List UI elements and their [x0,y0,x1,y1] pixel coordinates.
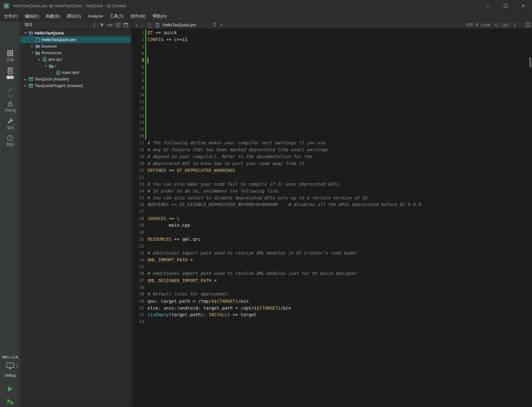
tree-item-sources[interactable]: ▸Sources [20,43,131,49]
window-title: HelloTaoQuick.pro @ HelloTaoQuick - TaoQ… [13,3,127,8]
projects-panel-header: 项目 [20,21,131,29]
cursor-position-status: UTF-8 Line: 5, Col: 1 [467,23,516,27]
back-icon[interactable]: ‹ [134,22,139,28]
menu-item-edit[interactable]: 编辑(E) [21,12,42,21]
text-cursor [148,58,148,63]
document-icon[interactable] [147,23,152,27]
menu-item-file[interactable]: 文件(F) [1,12,21,21]
menu-item-debug[interactable]: 调试(D) [63,12,85,21]
projects-panel-title[interactable]: 项目 [24,22,33,28]
mode-edit[interactable]: 编辑 [0,67,20,80]
split-editor-icon[interactable] [525,22,530,28]
project-icon [29,83,34,88]
line-number: 8 [132,78,146,85]
tree-item-hellotaoquick-pro[interactable]: HelloTaoQuick.pro [20,36,131,43]
code-line-36: # Additional import path used to resolve… [148,270,532,277]
mode-help[interactable]: ?帮助 [0,135,20,147]
line-number: 7 [132,71,146,78]
kit-expand-icon: ▸ [17,364,18,368]
tree-item-hellotaoquick[interactable]: ▾HelloTaoQuick [20,30,131,36]
menu-item-widgets[interactable]: 控件(W) [127,12,149,21]
tree-item-resources[interactable]: ▾Resources [20,49,131,56]
vcs-change-bar [145,29,146,140]
code-line-42: !isEmpty(target.path): INSTALLS += targe… [148,312,532,318]
combo-arrows-icon[interactable] [92,23,96,27]
menu-item-analyze[interactable]: Analyze [84,12,106,20]
svg-text:Qt: Qt [4,4,8,8]
code-line-35 [148,264,532,270]
close-button[interactable] [514,0,532,12]
line-number: 12 [132,105,146,112]
line-number: 23 [132,181,146,188]
code-line-29: main.cpp [148,222,532,229]
question-icon: ? [0,135,20,142]
code-line-3 [148,43,532,50]
tree-item-qml-qrc[interactable]: ▾qml.qrc [20,56,131,63]
split-panel-icon[interactable] [116,23,120,27]
code-line-30 [148,229,532,236]
line-number-gutter[interactable]: 1234567891011121314151617181920212223242… [132,29,146,407]
pencil-icon [0,86,20,93]
editor-tab-bar: ‹ › HelloTaoQuick.pro × UTF-8 Line: [132,21,532,29]
filter-icon[interactable] [99,23,104,27]
code-line-7 [148,71,532,78]
line-number: 32 [132,243,146,250]
line-number: 1 [132,29,146,36]
mode-design: 设计 [0,86,20,99]
tree-item-label: Resources [41,50,62,55]
tree-collapsed-icon[interactable]: ▸ [22,84,28,88]
project-tree: ▾HelloTaoQuickHelloTaoQuick.pro▸Sources▾… [20,29,131,89]
code-line-32 [148,243,532,250]
kit-name[interactable]: Hel⋯ick [0,355,20,359]
tree-expanded-icon[interactable]: ▾ [22,31,28,35]
tree-item-label: HelloTaoQuick [34,31,64,35]
minimize-button[interactable] [479,0,497,12]
line-number: 41 [132,305,146,312]
tree-collapsed-icon[interactable]: ▸ [29,44,35,48]
close-panel-icon[interactable] [123,23,128,27]
editor-body: 1234567891011121314151617181920212223242… [132,29,532,407]
project-icon [29,77,34,81]
kit-selector-button[interactable]: ▸ [0,363,20,371]
project-icon [29,31,34,35]
mode-debug[interactable]: Debug [0,101,20,112]
menu-bar: 文件(F)编辑(E)构建(B)调试(D)Analyze工具(T)控件(W)帮助(… [0,12,532,21]
menu-item-help[interactable]: 帮助(H) [149,12,170,21]
qt-creator-window: Qt HelloTaoQuick.pro @ HelloTaoQuick - T… [0,0,532,407]
menu-item-build[interactable]: 构建(B) [42,12,63,21]
forward-icon[interactable]: › [139,22,145,28]
code-line-5 [148,57,532,64]
mode-bar: Hel⋯ick ▸ Debug 欢迎编辑设计Debug项目?帮助 [0,21,20,407]
projects-panel: 项目 ▾HelloTaoQuickHelloTaoQuick.pro▸Sourc… [20,21,131,407]
tree-collapsed-icon[interactable]: ▸ [22,77,28,81]
editor-scrollbar[interactable] [529,29,532,407]
code-line-1: QT += quick [148,29,532,36]
tree-expanded-icon[interactable]: ▾ [43,64,49,68]
line-number: 11 [132,98,146,105]
tree-item-label: / [55,64,56,68]
mode-welcome[interactable]: 欢迎 [0,50,20,62]
tree-expanded-icon[interactable]: ▾ [36,58,42,61]
tree-item-main-qml[interactable]: main.qml [20,69,131,76]
tree-item-taoquickplugins-master[interactable]: ▸TaoQuickPlugins [master] [20,82,131,89]
title-bar[interactable]: Qt HelloTaoQuick.pro @ HelloTaoQuick - T… [0,0,532,12]
tree-item-taoquick-master[interactable]: ▸TaoQuick [master] [20,76,131,82]
tree-item-[interactable]: ▾/ [20,63,131,69]
line-number: 20 [132,160,146,167]
code-area[interactable]: QT += quickCONFIG += c++11# The followin… [147,29,532,407]
line-number: 35 [132,264,146,270]
line-number: 10 [132,91,146,98]
menu-item-tools[interactable]: 工具(T) [106,12,127,21]
code-line-12 [148,105,532,112]
tab-dropdown-icon[interactable] [213,22,216,28]
tab-close-icon[interactable]: × [220,22,223,27]
tree-expanded-icon[interactable]: ▾ [29,51,35,55]
editor-tab[interactable]: HelloTaoQuick.pro × [155,21,223,29]
code-line-24: # In order to do so, uncomment the follo… [148,188,532,195]
code-line-20: # deprecated API to know how to port you… [148,160,532,167]
run-button[interactable] [0,385,20,393]
debug-run-button[interactable] [0,398,20,405]
sync-with-editor-icon[interactable] [107,23,112,27]
maximize-button[interactable] [497,0,514,12]
mode-projects[interactable]: 项目 [0,118,20,130]
